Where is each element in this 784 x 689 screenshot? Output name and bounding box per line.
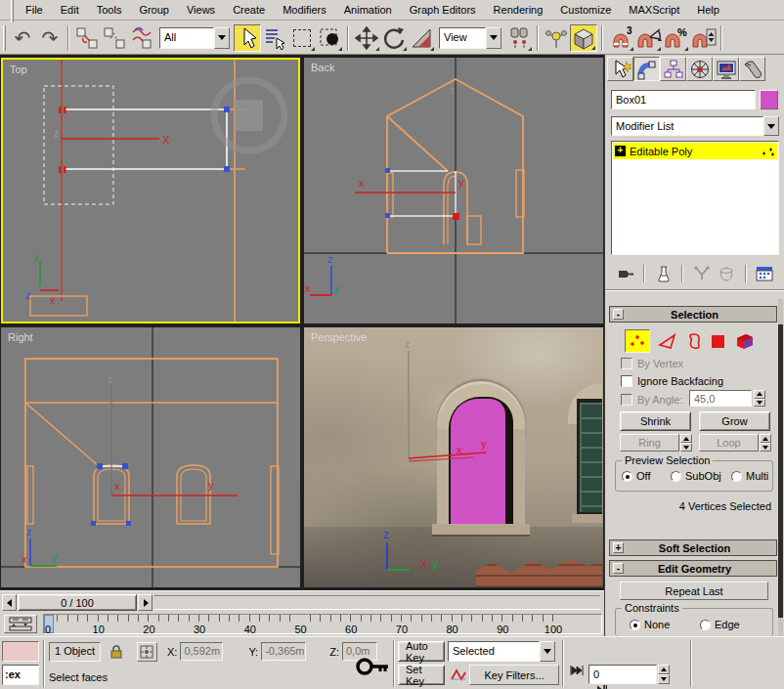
tab-display[interactable] [713, 57, 739, 81]
auto-key-button[interactable]: Auto Key [398, 641, 445, 662]
menu-maxscript[interactable]: MAXScript [620, 2, 688, 18]
menu-help[interactable]: Help [688, 2, 728, 18]
x-coordinate-field[interactable]: 0,592m [180, 642, 223, 661]
open-mini-trackview-button[interactable] [4, 615, 37, 633]
percent-snap-toggle-button[interactable]: % [662, 24, 689, 52]
by-vertex-checkbox[interactable] [621, 358, 632, 369]
key-filters-button[interactable]: Key Filters... [469, 665, 559, 685]
viewport-back-label[interactable]: Back [311, 62, 334, 73]
preview-off-radio[interactable] [622, 471, 632, 482]
configure-modifier-sets-button[interactable] [755, 264, 775, 283]
viewport-perspective-label[interactable]: Perspective [311, 331, 367, 343]
by-angle-field[interactable]: 45,0 [689, 390, 752, 407]
menu-group[interactable]: Group [130, 2, 178, 18]
select-object-button[interactable] [234, 24, 261, 52]
tab-hierarchy[interactable] [660, 57, 686, 81]
time-slider-next-button[interactable] [138, 594, 152, 611]
select-and-rotate-button[interactable] [380, 24, 408, 52]
object-name-input[interactable] [611, 90, 756, 109]
by-angle-row[interactable]: By Angle: [621, 393, 682, 407]
by-angle-checkbox[interactable] [621, 394, 632, 406]
key-mode-arrow[interactable] [540, 641, 555, 662]
collapse-icon[interactable]: - [613, 563, 624, 574]
time-slider-prev-button[interactable] [2, 594, 17, 611]
ignore-backfacing-checkbox[interactable] [621, 375, 632, 387]
time-slider-track[interactable] [154, 595, 600, 610]
edit-geometry-rollout-header[interactable]: - Edit Geometry [609, 560, 777, 577]
menu-customize[interactable]: Customize [551, 2, 620, 18]
stack-expand-icon[interactable]: + [615, 146, 626, 156]
tab-utilities[interactable] [739, 57, 765, 81]
spinner-snap-toggle-button[interactable] [689, 24, 717, 52]
ring-button[interactable]: Ring [620, 434, 679, 452]
time-slider-thumb[interactable]: 0 / 100 [18, 594, 137, 611]
menu-create[interactable]: Create [224, 2, 274, 18]
menu-modifiers[interactable]: Modifiers [274, 2, 335, 18]
constraint-edge-radio[interactable] [700, 620, 711, 630]
remove-modifier-button[interactable] [717, 264, 737, 283]
pin-stack-button[interactable] [615, 264, 635, 283]
snap-toggle-3d-button[interactable]: 3 [607, 24, 634, 52]
constraint-none-radio-row[interactable]: None [630, 619, 670, 630]
show-end-result-button[interactable] [653, 264, 674, 283]
preview-off-radio-row[interactable]: Off [622, 470, 650, 482]
vertex-subobject-button[interactable] [625, 329, 650, 353]
loop-button[interactable]: Loop [699, 434, 759, 452]
menu-animation[interactable]: Animation [335, 2, 401, 18]
undo-button[interactable]: ↶ [9, 24, 36, 52]
snaps-toggle-button[interactable] [570, 24, 597, 52]
set-keys-button[interactable] [355, 645, 390, 684]
window-crossing-toggle-button[interactable] [316, 24, 343, 52]
grow-button[interactable]: Grow [699, 411, 770, 431]
viewport-top-label[interactable]: Top [10, 64, 27, 75]
constraint-none-radio[interactable] [630, 620, 640, 630]
toolbar-grip[interactable] [3, 25, 6, 51]
tab-motion[interactable] [686, 57, 713, 81]
polygon-subobject-button[interactable] [710, 332, 727, 350]
menubar-grip[interactable] [11, 0, 14, 22]
stack-item-editable-poly[interactable]: + Editable Poly [613, 143, 777, 159]
collapse-icon[interactable]: - [613, 309, 624, 320]
shrink-button[interactable]: Shrink [620, 411, 691, 431]
key-mode-dropdown[interactable]: Selected [448, 641, 555, 662]
use-pivot-point-center-button[interactable] [505, 24, 533, 52]
expand-icon[interactable]: + [613, 542, 624, 553]
menu-tools[interactable]: Tools [88, 2, 131, 18]
modifier-list-dropdown[interactable]: Modifier List [611, 116, 779, 136]
viewport-top[interactable]: X z y z x Top [1, 58, 300, 323]
angle-snap-toggle-button[interactable] [634, 24, 662, 52]
viewport-perspective[interactable]: z x y z x y Perspective [304, 327, 603, 587]
current-frame-field[interactable]: 0 [588, 665, 657, 684]
preview-subobj-radio-row[interactable]: SubObj [671, 470, 721, 482]
make-unique-button[interactable] [692, 264, 713, 283]
modifier-list-arrow[interactable] [763, 116, 779, 136]
soft-selection-rollout-header[interactable]: + Soft Selection [609, 539, 777, 556]
tab-create[interactable] [607, 57, 633, 81]
loop-spinner[interactable] [760, 434, 771, 452]
reference-coordsys-arrow[interactable] [486, 27, 501, 49]
selection-filter-arrow[interactable] [214, 27, 230, 49]
select-and-link-button[interactable] [73, 24, 101, 52]
absolute-offset-toggle[interactable] [137, 642, 157, 662]
modifier-stack-list[interactable]: + Editable Poly [611, 141, 779, 255]
menu-file[interactable]: File [17, 2, 52, 18]
preview-multi-radio-row[interactable]: Multi [731, 470, 768, 482]
trackbar-ruler[interactable]: 0102030405060708090100 [43, 614, 602, 634]
repeat-last-button[interactable]: Repeat Last [620, 581, 768, 600]
redo-button[interactable]: ↷ [36, 24, 64, 52]
go-to-start-button[interactable] [566, 661, 587, 680]
unlink-selection-button[interactable] [101, 24, 128, 52]
rectangular-selection-region-button[interactable] [288, 24, 316, 52]
menu-graph-editors[interactable]: Graph Editors [401, 2, 485, 18]
viewport-right[interactable]: z x y z x y Right [1, 327, 300, 587]
viewport-back[interactable]: x y z z x y Back [304, 58, 603, 323]
panel-scrollbar[interactable] [778, 299, 783, 636]
selection-lock-toggle[interactable] [107, 642, 127, 662]
macro-recorder-line[interactable] [2, 641, 39, 662]
menu-rendering[interactable]: Rendering [485, 2, 552, 18]
preview-subobj-radio[interactable] [671, 471, 681, 482]
viewport-right-label[interactable]: Right [8, 331, 33, 343]
element-subobject-button[interactable] [734, 331, 756, 351]
ring-spinner[interactable] [680, 434, 692, 452]
bind-to-space-warp-button[interactable] [128, 24, 155, 52]
